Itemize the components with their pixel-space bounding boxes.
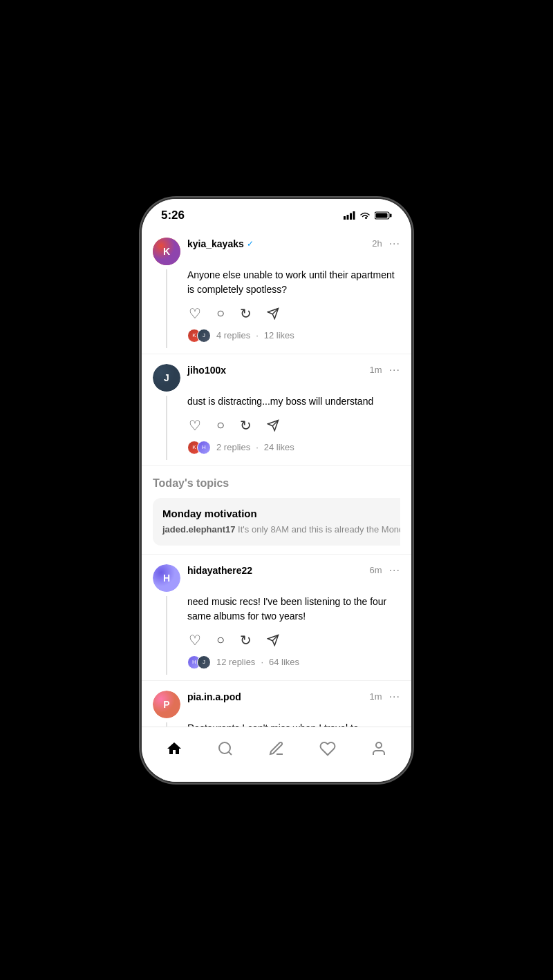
signal-icon [344,211,355,220]
post-text-kyia: Anyone else unable to work until their a… [187,268,400,297]
share-btn-hida[interactable] [265,631,281,650]
username-pia[interactable]: pia.in.a.pod [187,691,241,702]
action-row-jiho: ♡ ○ ↻ [187,416,400,435]
line-kyia [166,269,167,348]
reply-avatar-2: J [197,329,211,343]
like-btn-hida[interactable]: ♡ [187,631,203,650]
username-group-hida: hidayathere22 [187,565,252,576]
search-icon [217,740,234,757]
reply-avatars-hida: H J [187,655,211,669]
svg-rect-3 [353,211,355,220]
post-meta-pia: pia.in.a.pod 1m ··· [187,691,400,703]
replies-count-kyia[interactable]: 4 replies [216,330,250,340]
post-text-hida: need music recs! I've been listening to … [187,595,400,624]
svg-line-22 [229,752,232,755]
svg-text:K: K [163,246,170,257]
avatar-pia[interactable]: P [153,691,180,718]
replies-row-hida: H J 12 replies · 64 likes [187,655,400,669]
replies-count-jiho[interactable]: 2 replies [216,442,250,452]
status-icons [344,211,392,220]
more-options-pia[interactable]: ··· [389,691,400,703]
scroll-content[interactable]: K kyia_kayaks ✓ 2h ··· [142,228,411,735]
thread-content-kyia: Anyone else unable to work until their a… [187,268,400,348]
thread-item-jiho: J jiho100x 1m ··· [142,354,411,466]
nav-activity-btn[interactable] [311,735,344,762]
line-hida [166,596,167,675]
username-jiho[interactable]: jiho100x [187,365,226,376]
thread-content-hida: need music recs! I've been listening to … [187,595,400,675]
dot-kyia: · [256,330,259,340]
time-more-kyia: 2h ··· [372,238,400,250]
likes-count-jiho[interactable]: 24 likes [264,442,294,452]
svg-point-23 [376,742,382,748]
svg-text:P: P [163,699,169,710]
post-header-jiho: J jiho100x 1m ··· [153,364,400,392]
repost-btn-jiho[interactable]: ↻ [238,416,253,435]
username-hida[interactable]: hidayathere22 [187,565,252,576]
like-btn-kyia[interactable]: ♡ [187,304,203,323]
thread-line-jiho [153,394,180,460]
home-icon [166,740,182,757]
replies-count-hida[interactable]: 12 replies [216,657,255,667]
avatar-kyia[interactable]: K [153,238,180,265]
thread-body-hida: need music recs! I've been listening to … [153,595,400,675]
nav-search-btn[interactable] [209,735,242,762]
like-btn-jiho[interactable]: ♡ [187,416,203,435]
avatar-hida[interactable]: H [153,564,180,592]
thread-item-kyia: K kyia_kayaks ✓ 2h ··· [142,228,411,354]
reply-avatars-kyia: K J [187,329,211,343]
username-group-kyia: kyia_kayaks ✓ [187,238,254,249]
comment-btn-hida[interactable]: ○ [215,631,226,650]
post-text-jiho: dust is distracting...my boss will under… [187,394,400,409]
username-row-jiho: jiho100x 1m ··· [187,364,400,376]
thread-line-hida [153,595,180,675]
thread-line-kyia [153,268,180,348]
share-btn-jiho[interactable] [265,416,281,435]
username-group-jiho: jiho100x [187,365,226,376]
topic-card-1[interactable]: Monday motivation jaded.elephant17 It's … [153,498,400,546]
post-header-hida: H hidayathere22 6m ··· [153,564,400,592]
post-time-jiho: 1m [370,365,382,375]
repost-btn-kyia[interactable]: ↻ [238,304,253,323]
post-time-pia: 1m [370,691,382,702]
nav-home-btn[interactable] [158,735,191,762]
more-options-hida[interactable]: ··· [389,564,400,577]
comment-btn-jiho[interactable]: ○ [215,416,226,435]
verified-icon-kyia: ✓ [247,239,254,249]
comment-btn-kyia[interactable]: ○ [215,304,226,323]
likes-count-hida[interactable]: 64 likes [269,657,299,667]
bottom-nav [142,727,411,782]
wifi-icon [359,211,371,220]
thread-body-kyia: Anyone else unable to work until their a… [153,268,400,348]
share-btn-kyia[interactable] [265,304,281,323]
time-more-jiho: 1m ··· [370,364,400,376]
svg-text:J: J [164,372,169,383]
reply-avatar-jiho-2: H [197,441,211,454]
svg-rect-5 [390,213,392,217]
likes-count-kyia[interactable]: 12 likes [264,330,294,340]
thread-item-hida: H hidayathere22 6m ··· [142,555,411,681]
more-options-kyia[interactable]: ··· [389,238,400,250]
status-time: 5:26 [161,209,185,222]
nav-profile-btn[interactable] [362,735,395,762]
username-row-kyia: kyia_kayaks ✓ 2h ··· [187,238,400,250]
reply-avatar-hida-2: J [197,655,211,669]
battery-icon [375,211,392,220]
username-kyia[interactable]: kyia_kayaks [187,238,244,249]
username-group-pia: pia.in.a.pod [187,691,241,702]
time-more-pia: 1m ··· [370,691,400,703]
avatar-jiho[interactable]: J [153,364,180,392]
topic-card-title-1: Monday motivation [162,508,400,519]
svg-point-21 [219,742,230,753]
reply-avatars-jiho: K H [187,441,211,454]
replies-row-jiho: K H 2 replies · 24 likes [187,441,400,454]
more-options-jiho[interactable]: ··· [389,364,400,376]
action-row-kyia: ♡ ○ ↻ [187,304,400,323]
nav-compose-btn[interactable] [260,735,293,762]
replies-row-kyia: K J 4 replies · 12 likes [187,329,400,343]
post-time-kyia: 2h [372,238,382,249]
compose-icon [268,740,285,757]
time-more-hida: 6m ··· [370,564,400,577]
topics-scroll[interactable]: Monday motivation jaded.elephant17 It's … [153,498,400,546]
repost-btn-hida[interactable]: ↻ [238,631,253,650]
